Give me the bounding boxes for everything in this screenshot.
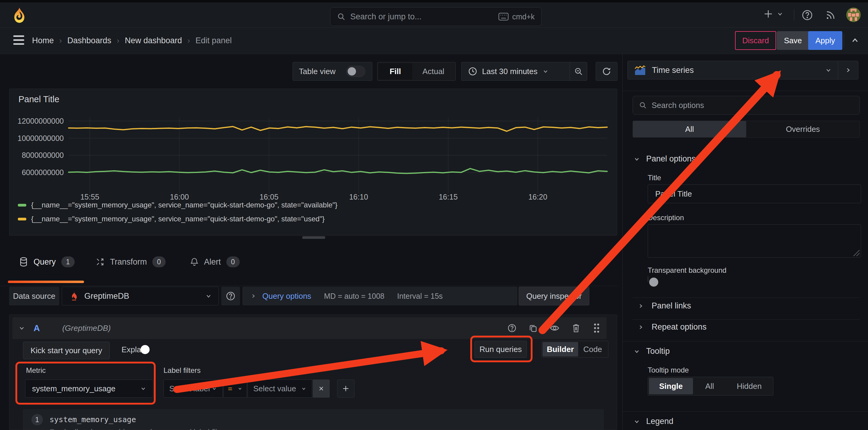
plus-icon [763, 8, 774, 19]
svg-text:6000000000: 6000000000 [22, 168, 64, 177]
svg-text:16:15: 16:15 [439, 193, 458, 201]
svg-text:12000000000: 12000000000 [18, 117, 64, 125]
panel-resize-handle[interactable] [302, 236, 325, 239]
menu-hamburger-icon[interactable] [13, 35, 24, 45]
add-new-button[interactable] [763, 8, 783, 19]
repeat-options-section[interactable]: Repeat options [638, 322, 707, 332]
collapse-sidebar-button[interactable] [838, 66, 858, 74]
transform-icon [95, 257, 104, 266]
tab-overrides[interactable]: Overrides [746, 121, 860, 137]
legend-item[interactable]: {__name__="system_memory_usage", service… [18, 215, 324, 223]
transparent-background-toggle[interactable] [648, 276, 648, 282]
tab-alert[interactable]: Alert 0 [190, 253, 240, 270]
save-button[interactable]: Save [777, 31, 809, 50]
chevron-down-icon [825, 67, 832, 74]
datasource-help-button[interactable] [221, 287, 240, 306]
search-options-input[interactable]: Search options [632, 96, 860, 115]
query-inspector-button[interactable]: Query inspector [519, 287, 589, 306]
collapse-chevron-up-icon[interactable] [850, 36, 860, 45]
duplicate-query-icon[interactable] [529, 323, 538, 333]
panel-options-section-header[interactable]: Panel options [633, 154, 696, 164]
timeseries-viz-icon [634, 64, 647, 76]
kick-start-query-button[interactable]: Kick start your query [23, 342, 110, 359]
description-textarea[interactable] [648, 224, 861, 258]
tooltip-mode-hidden[interactable]: Hidden [726, 378, 772, 394]
code-option[interactable]: Code [578, 342, 607, 356]
zoom-out-icon[interactable] [570, 67, 587, 76]
operator-dropdown[interactable]: = [223, 379, 247, 398]
chevron-down-icon [633, 418, 640, 425]
apply-button[interactable]: Apply [808, 31, 842, 50]
svg-text:16:20: 16:20 [528, 193, 547, 201]
builder-option[interactable]: Builder [542, 342, 578, 356]
drag-handle-icon[interactable] [593, 323, 600, 333]
legend-item[interactable]: {__name__="system_memory_usage", service… [18, 201, 338, 209]
chevron-down-icon [777, 10, 783, 17]
breadcrumb-dashboards[interactable]: Dashboards [67, 36, 112, 45]
news-rss-icon[interactable] [825, 10, 836, 21]
metric-select[interactable]: system_memory_usage [25, 379, 153, 398]
explain-code: system_memory_usage [50, 415, 136, 424]
tooltip-mode-label: Tooltip mode [648, 366, 689, 374]
global-search-input[interactable]: Search or jump to... cmd+k [330, 7, 541, 26]
query-help-icon[interactable] [507, 323, 517, 333]
tab-query[interactable]: Query 1 [19, 253, 75, 270]
clock-icon [468, 67, 477, 76]
legend-section-header[interactable]: Legend [633, 417, 673, 426]
timeseries-chart: 1200000000010000000000800000000060000000… [9, 89, 617, 236]
sidebar-divider [632, 319, 860, 320]
breadcrumb-home[interactable]: Home [32, 36, 54, 45]
tooltip-mode-toggle: Single All Hidden [648, 377, 773, 396]
chevron-down-icon[interactable] [19, 325, 25, 332]
help-icon[interactable] [802, 9, 813, 21]
query-options-bar[interactable]: Query options MD = auto = 1008 Interval … [242, 287, 518, 306]
user-avatar[interactable] [846, 7, 861, 22]
legend-series-label: {__name__="system_memory_usage", service… [31, 201, 338, 209]
select-value-dropdown[interactable]: Select value [248, 379, 312, 398]
keyboard-icon [498, 13, 509, 21]
tooltip-section-header[interactable]: Tooltip [633, 347, 670, 356]
hide-query-eye-icon[interactable] [550, 323, 559, 333]
svg-text:8000000000: 8000000000 [22, 151, 64, 160]
time-range-control: Last 30 minutes [461, 62, 587, 81]
select-label-dropdown[interactable]: Select label [163, 379, 223, 398]
breadcrumb-new-dashboard[interactable]: New dashboard [125, 36, 182, 45]
add-filter-button[interactable] [337, 379, 354, 398]
legend-dash [18, 218, 26, 221]
sidebar-section-divider [623, 411, 868, 411]
table-view-toggle[interactable] [346, 66, 365, 77]
query-options-link[interactable]: Query options [262, 291, 311, 301]
builder-code-toggle: Builder Code [541, 341, 609, 358]
tab-query-label: Query [34, 257, 56, 267]
grafana-logo-icon[interactable] [11, 7, 28, 24]
label-filters-label: Label filters [163, 366, 201, 375]
panel-links-section[interactable]: Panel links [638, 301, 691, 311]
delete-query-trash-icon[interactable] [571, 323, 581, 333]
tab-transform[interactable]: Transform 0 [95, 253, 166, 270]
run-queries-button[interactable]: Run queries [474, 341, 527, 358]
interval-value: Interval = 15s [397, 292, 443, 300]
query-row-header[interactable]: A (GreptimeDB) [12, 317, 607, 339]
textarea-resize-handle[interactable] [852, 249, 860, 256]
breadcrumb-separator: › [117, 36, 119, 45]
panel-title-input[interactable]: Panel Title [648, 184, 861, 203]
fill-option[interactable]: Fill [378, 63, 412, 80]
topnav-divider [794, 9, 794, 21]
timeseries-panel[interactable]: Panel Title 1200000000010000000000800000… [9, 89, 617, 235]
discard-button[interactable]: Discard [735, 31, 776, 50]
query-ref-id: A [34, 323, 40, 333]
chevron-down-icon [542, 68, 549, 75]
tab-all[interactable]: All [633, 121, 746, 137]
visualization-picker[interactable]: Time series [627, 61, 858, 80]
time-range-picker[interactable]: Last 30 minutes [462, 67, 570, 76]
actions-divider [844, 34, 844, 48]
tab-query-count: 1 [61, 256, 75, 267]
refresh-button[interactable] [596, 62, 617, 81]
datasource-picker[interactable]: GreptimeDB [62, 287, 219, 306]
actual-option[interactable]: Actual [412, 63, 455, 80]
breadcrumb-edit-panel: Edit panel [195, 36, 232, 45]
panel-title-input-value: Panel Title [655, 189, 692, 199]
tooltip-mode-all[interactable]: All [693, 378, 726, 394]
tooltip-mode-single[interactable]: Single [649, 378, 693, 394]
remove-filter-button[interactable] [313, 379, 330, 398]
